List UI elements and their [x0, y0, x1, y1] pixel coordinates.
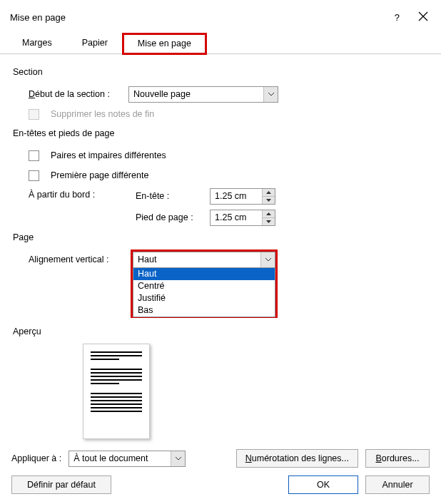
spinner-down-icon[interactable]	[263, 218, 275, 225]
checkbox-paires-impaires[interactable]	[29, 150, 39, 161]
spinner-down-icon[interactable]	[263, 197, 275, 204]
dialog-title: Mise en page	[10, 12, 66, 23]
group-section: Section	[13, 67, 430, 77]
dropdown-alignement-vertical: Haut Centré Justifié Bas	[133, 268, 275, 317]
close-button[interactable]	[418, 11, 428, 24]
preview-page	[83, 344, 150, 439]
chevron-down-icon[interactable]	[263, 87, 278, 102]
button-definir-par-defaut[interactable]: Définir par défaut	[11, 475, 111, 494]
option-centre[interactable]: Centré	[133, 280, 275, 292]
label-premiere-page: Première page différente	[51, 170, 148, 180]
label-pied: Pied de page :	[136, 212, 210, 222]
spinner-pied[interactable]: 1.25 cm	[210, 210, 275, 226]
label-appliquer-a: Appliquer à :	[11, 453, 61, 463]
select-debut-section[interactable]: Nouvelle page	[128, 86, 278, 103]
label-paires-impaires: Paires et impaires différentes	[51, 150, 166, 160]
label-a-partir-bord: À partir du bord :	[29, 185, 136, 228]
group-page: Page	[13, 232, 430, 242]
close-icon	[418, 11, 428, 21]
select-alignement-vertical[interactable]: Haut	[133, 252, 275, 268]
option-bas[interactable]: Bas	[133, 304, 275, 317]
cancel-button[interactable]: Annuler	[365, 475, 430, 494]
select-appliquer-a[interactable]: À tout le document	[69, 451, 186, 467]
chevron-down-icon[interactable]	[260, 252, 275, 267]
checkbox-premiere-page[interactable]	[29, 170, 39, 181]
tabs: Marges Papier Mise en page	[0, 30, 441, 54]
label-supprimer-notes: Supprimer les notes de fin	[51, 109, 154, 119]
label-entete: En-tête :	[136, 191, 210, 201]
button-numerotation-lignes[interactable]: Numérotation des lignes...	[236, 449, 358, 468]
help-button[interactable]: ?	[395, 12, 400, 23]
label-alignement-vertical: Alignement vertical :	[29, 254, 133, 264]
group-entetes: En-têtes et pieds de page	[13, 128, 430, 138]
spinner-up-icon[interactable]	[263, 210, 275, 218]
chevron-down-icon[interactable]	[171, 451, 185, 466]
label-debut-section: Début de la section :	[29, 89, 128, 99]
option-justifie[interactable]: Justifié	[133, 292, 275, 304]
tab-marges[interactable]: Marges	[7, 33, 67, 53]
checkbox-supprimer-notes	[29, 109, 39, 120]
option-haut[interactable]: Haut	[133, 268, 275, 280]
titlebar: Mise en page ?	[0, 0, 441, 30]
button-bordures[interactable]: Bordures...	[365, 449, 430, 468]
tab-papier[interactable]: Papier	[67, 33, 123, 53]
spinner-entete[interactable]: 1.25 cm	[210, 188, 275, 205]
ok-button[interactable]: OK	[288, 475, 358, 494]
group-apercu: Aperçu	[13, 326, 430, 336]
tab-mise-en-page[interactable]: Mise en page	[123, 34, 206, 54]
spinner-up-icon[interactable]	[263, 189, 275, 197]
